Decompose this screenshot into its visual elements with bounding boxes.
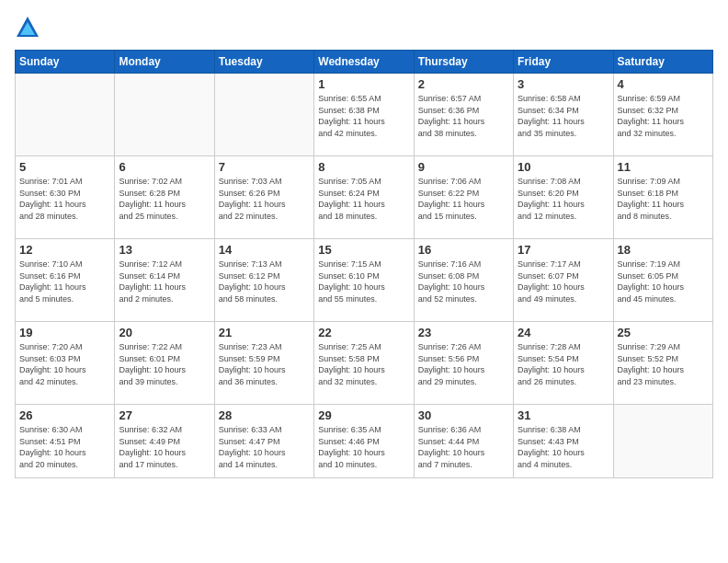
day-number: 19 [19,326,110,339]
day-number: 9 [418,160,509,174]
day-cell: 15Sunrise: 7:15 AM Sunset: 6:10 PM Dayli… [314,239,414,322]
day-cell: 19Sunrise: 7:20 AM Sunset: 6:03 PM Dayli… [16,322,115,405]
day-number: 1 [318,77,409,91]
day-number: 15 [318,243,409,257]
day-info: Sunrise: 7:19 AM Sunset: 6:05 PM Dayligh… [618,259,709,304]
day-number: 10 [518,160,609,174]
day-number: 4 [618,77,709,91]
week-row-4: 19Sunrise: 7:20 AM Sunset: 6:03 PM Dayli… [16,322,713,405]
day-info: Sunrise: 7:13 AM Sunset: 6:12 PM Dayligh… [219,259,310,304]
day-cell [613,405,712,478]
day-cell: 25Sunrise: 7:29 AM Sunset: 5:52 PM Dayli… [613,322,712,405]
day-info: Sunrise: 7:02 AM Sunset: 6:28 PM Dayligh… [119,176,210,222]
day-cell: 14Sunrise: 7:13 AM Sunset: 6:12 PM Dayli… [214,239,313,322]
day-info: Sunrise: 7:12 AM Sunset: 6:14 PM Dayligh… [119,259,210,304]
day-cell: 24Sunrise: 7:28 AM Sunset: 5:54 PM Dayli… [514,322,613,405]
week-row-2: 5Sunrise: 7:01 AM Sunset: 6:30 PM Daylig… [16,156,713,239]
week-row-3: 12Sunrise: 7:10 AM Sunset: 6:16 PM Dayli… [16,239,713,322]
day-info: Sunrise: 6:36 AM Sunset: 4:44 PM Dayligh… [418,424,509,470]
day-info: Sunrise: 6:35 AM Sunset: 4:46 PM Dayligh… [318,424,409,470]
day-number: 16 [418,243,509,257]
weekday-header-wednesday: Wednesday [314,51,414,74]
day-info: Sunrise: 7:08 AM Sunset: 6:20 PM Dayligh… [518,176,609,222]
day-cell: 6Sunrise: 7:02 AM Sunset: 6:28 PM Daylig… [115,156,214,239]
day-cell: 28Sunrise: 6:33 AM Sunset: 4:47 PM Dayli… [214,405,313,478]
day-cell: 16Sunrise: 7:16 AM Sunset: 6:08 PM Dayli… [414,239,513,322]
day-number: 25 [618,326,709,339]
day-cell: 7Sunrise: 7:03 AM Sunset: 6:26 PM Daylig… [214,156,313,239]
day-cell [16,74,115,156]
day-cell: 30Sunrise: 6:36 AM Sunset: 4:44 PM Dayli… [414,405,513,478]
weekday-header-monday: Monday [115,51,214,74]
day-info: Sunrise: 7:09 AM Sunset: 6:18 PM Dayligh… [618,176,709,222]
day-number: 26 [19,408,110,422]
day-number: 3 [518,77,609,91]
day-cell: 27Sunrise: 6:32 AM Sunset: 4:49 PM Dayli… [115,405,214,478]
week-row-5: 26Sunrise: 6:30 AM Sunset: 4:51 PM Dayli… [16,405,713,478]
day-info: Sunrise: 7:20 AM Sunset: 6:03 PM Dayligh… [19,341,110,387]
day-cell: 9Sunrise: 7:06 AM Sunset: 6:22 PM Daylig… [414,156,513,239]
day-info: Sunrise: 7:17 AM Sunset: 6:07 PM Dayligh… [518,259,609,304]
weekday-header-row: SundayMondayTuesdayWednesdayThursdayFrid… [16,51,713,74]
day-number: 13 [119,243,210,257]
day-number: 7 [219,160,310,174]
day-info: Sunrise: 7:16 AM Sunset: 6:08 PM Dayligh… [418,259,509,304]
day-cell: 11Sunrise: 7:09 AM Sunset: 6:18 PM Dayli… [613,156,712,239]
day-cell [115,74,214,156]
weekday-header-thursday: Thursday [414,51,513,74]
day-info: Sunrise: 7:28 AM Sunset: 5:54 PM Dayligh… [518,341,609,387]
calendar-table: SundayMondayTuesdayWednesdayThursdayFrid… [15,50,713,478]
day-info: Sunrise: 6:57 AM Sunset: 6:36 PM Dayligh… [418,93,509,139]
day-info: Sunrise: 7:15 AM Sunset: 6:10 PM Dayligh… [318,259,409,304]
day-number: 17 [518,243,609,257]
day-cell: 22Sunrise: 7:25 AM Sunset: 5:58 PM Dayli… [314,322,414,405]
weekday-header-sunday: Sunday [16,51,115,74]
day-number: 29 [318,408,409,422]
header [15,15,713,40]
day-info: Sunrise: 7:23 AM Sunset: 5:59 PM Dayligh… [219,341,310,387]
day-info: Sunrise: 7:26 AM Sunset: 5:56 PM Dayligh… [418,341,509,387]
day-info: Sunrise: 6:59 AM Sunset: 6:32 PM Dayligh… [618,93,709,139]
day-number: 8 [318,160,409,174]
day-number: 23 [418,326,509,339]
day-info: Sunrise: 6:38 AM Sunset: 4:43 PM Dayligh… [518,424,609,470]
day-cell: 21Sunrise: 7:23 AM Sunset: 5:59 PM Dayli… [214,322,313,405]
day-number: 30 [418,408,509,422]
day-info: Sunrise: 6:58 AM Sunset: 6:34 PM Dayligh… [518,93,609,139]
day-cell: 29Sunrise: 6:35 AM Sunset: 4:46 PM Dayli… [314,405,414,478]
day-number: 11 [618,160,709,174]
day-number: 18 [618,243,709,257]
day-info: Sunrise: 7:29 AM Sunset: 5:52 PM Dayligh… [618,341,709,387]
day-cell: 10Sunrise: 7:08 AM Sunset: 6:20 PM Dayli… [514,156,613,239]
day-cell: 26Sunrise: 6:30 AM Sunset: 4:51 PM Dayli… [16,405,115,478]
day-number: 20 [119,326,210,339]
day-info: Sunrise: 7:06 AM Sunset: 6:22 PM Dayligh… [418,176,509,222]
day-number: 31 [518,408,609,422]
day-number: 6 [119,160,210,174]
day-cell: 5Sunrise: 7:01 AM Sunset: 6:30 PM Daylig… [16,156,115,239]
day-number: 2 [418,77,509,91]
day-cell: 8Sunrise: 7:05 AM Sunset: 6:24 PM Daylig… [314,156,414,239]
day-number: 28 [219,408,310,422]
day-info: Sunrise: 6:30 AM Sunset: 4:51 PM Dayligh… [19,424,110,470]
day-info: Sunrise: 7:05 AM Sunset: 6:24 PM Dayligh… [318,176,409,222]
day-cell [214,74,313,156]
day-number: 12 [19,243,110,257]
week-row-1: 1Sunrise: 6:55 AM Sunset: 6:38 PM Daylig… [16,74,713,156]
weekday-header-saturday: Saturday [613,51,712,74]
logo [15,15,44,40]
day-number: 22 [318,326,409,339]
weekday-header-tuesday: Tuesday [214,51,313,74]
day-cell: 31Sunrise: 6:38 AM Sunset: 4:43 PM Dayli… [514,405,613,478]
day-cell: 12Sunrise: 7:10 AM Sunset: 6:16 PM Dayli… [16,239,115,322]
day-info: Sunrise: 7:01 AM Sunset: 6:30 PM Dayligh… [19,176,110,222]
day-info: Sunrise: 7:22 AM Sunset: 6:01 PM Dayligh… [119,341,210,387]
day-info: Sunrise: 6:32 AM Sunset: 4:49 PM Dayligh… [119,424,210,470]
day-number: 24 [518,326,609,339]
page: SundayMondayTuesdayWednesdayThursdayFrid… [0,0,728,563]
day-cell: 17Sunrise: 7:17 AM Sunset: 6:07 PM Dayli… [514,239,613,322]
logo-icon [15,15,40,40]
day-info: Sunrise: 6:33 AM Sunset: 4:47 PM Dayligh… [219,424,310,470]
day-number: 5 [19,160,110,174]
day-info: Sunrise: 7:25 AM Sunset: 5:58 PM Dayligh… [318,341,409,387]
